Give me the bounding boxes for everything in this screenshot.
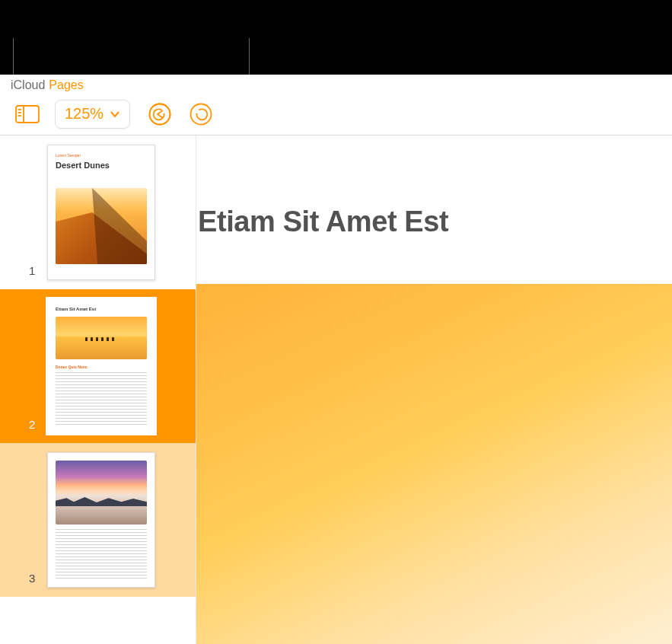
redo-button[interactable]: [188, 101, 214, 127]
thumbnail-preview: [47, 452, 155, 588]
thumbnail-image: [56, 188, 147, 264]
thumbnail-title: Desert Dunes: [56, 161, 110, 170]
page-number-label: 3: [29, 572, 35, 585]
title-app-label: Pages: [49, 78, 83, 92]
view-options-button[interactable]: [11, 100, 44, 129]
thumbnail-body-text: [56, 529, 147, 581]
document-image[interactable]: [196, 284, 672, 644]
toolbar: 125%: [0, 93, 672, 135]
sidebar-thumbnails-icon: [15, 105, 40, 123]
thumbnail-preview: Etiam Sit Amet Est Donec Quis Nunc: [47, 298, 155, 434]
zoom-dropdown[interactable]: 125%: [55, 100, 130, 129]
thumbnail-subheading: Donec Quis Nunc: [56, 365, 88, 369]
redo-icon: [189, 103, 212, 126]
svg-rect-0: [16, 106, 39, 123]
title-icloud-label: iCloud: [11, 78, 45, 92]
svg-point-6: [150, 104, 170, 124]
thumbnail-image: [56, 317, 147, 359]
thumbnail-preview: Lorem Semper Desert Dunes: [47, 145, 155, 280]
thumbnail-subheading: Lorem Semper: [56, 153, 81, 158]
body-area: 1 Lorem Semper Desert Dunes 2 Etiam Sit …: [0, 135, 672, 644]
chevron-down-icon: [110, 110, 120, 118]
title-bar: iCloud Pages: [0, 75, 672, 93]
page-thumbnail[interactable]: 2 Etiam Sit Amet Est Donec Quis Nunc: [0, 289, 196, 443]
page-thumbnail[interactable]: 3: [0, 443, 196, 597]
svg-point-7: [191, 104, 212, 124]
app-window: iCloud Pages 125%: [0, 75, 672, 644]
undo-button[interactable]: [147, 101, 173, 127]
document-canvas[interactable]: Etiam Sit Amet Est: [196, 135, 672, 644]
page-number-label: 1: [29, 264, 35, 277]
thumbnail-title: Etiam Sit Amet Est: [56, 307, 96, 311]
document-title[interactable]: Etiam Sit Amet Est: [196, 206, 672, 238]
page-thumbnails-sidebar[interactable]: 1 Lorem Semper Desert Dunes 2 Etiam Sit …: [0, 135, 196, 644]
thumbnail-image: [56, 461, 147, 524]
zoom-value-label: 125%: [65, 105, 104, 123]
undo-redo-group: [147, 101, 214, 127]
page-number-label: 2: [29, 418, 35, 431]
page-thumbnail[interactable]: 1 Lorem Semper Desert Dunes: [0, 135, 196, 289]
undo-icon: [148, 103, 171, 126]
thumbnail-body-text: [56, 372, 147, 427]
